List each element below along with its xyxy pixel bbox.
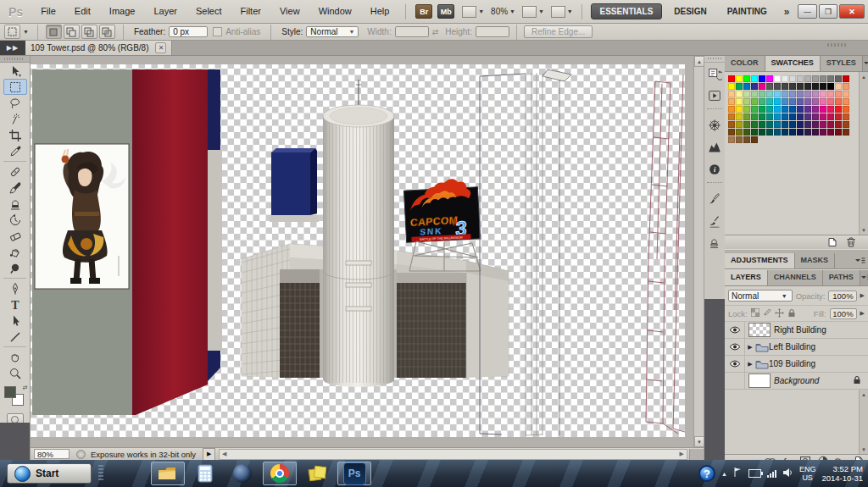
swatch[interactable] [751, 136, 758, 143]
chevron-down-icon[interactable]: ▼ [567, 8, 573, 14]
anti-alias-checkbox[interactable] [213, 27, 222, 36]
swatch[interactable] [789, 75, 796, 82]
opacity-input[interactable]: 100% [828, 291, 856, 302]
menu-select[interactable]: Select [186, 0, 231, 23]
swatch[interactable] [766, 75, 773, 82]
hand-tool[interactable] [3, 349, 27, 365]
swatch[interactable] [797, 75, 804, 82]
swatch[interactable] [835, 129, 842, 136]
swatch[interactable] [751, 129, 758, 136]
swatch[interactable] [728, 83, 735, 90]
restore-button[interactable]: ❐ [819, 4, 837, 19]
swatch[interactable] [843, 121, 849, 128]
swatch[interactable] [728, 106, 735, 113]
swatch[interactable] [804, 91, 811, 97]
rectangular-marquee-tool[interactable] [3, 79, 27, 95]
swatch[interactable] [820, 106, 826, 113]
lasso-tool[interactable] [3, 95, 27, 111]
swatch[interactable] [736, 121, 743, 128]
lock-all-icon[interactable] [787, 308, 796, 319]
fill-input[interactable]: 100% [830, 308, 857, 319]
type-tool[interactable]: T [3, 296, 27, 313]
workspace-painting-button[interactable]: PAINTING [719, 4, 776, 19]
swatch[interactable] [743, 83, 750, 90]
swatch[interactable] [812, 113, 819, 120]
swatch[interactable] [736, 98, 743, 105]
menu-layer[interactable]: Layer [144, 0, 186, 23]
swatch[interactable] [743, 136, 750, 143]
horizontal-scrollbar[interactable]: ◀ ▶ [219, 449, 687, 460]
actions-panel-icon[interactable] [704, 85, 725, 107]
marquee-tool-preset-icon[interactable] [4, 25, 20, 39]
menu-image[interactable]: Image [100, 0, 145, 23]
swatch[interactable] [728, 91, 735, 97]
move-tool[interactable] [3, 63, 27, 79]
foreground-color[interactable] [4, 386, 16, 398]
swatch[interactable] [812, 121, 819, 128]
swatch[interactable] [743, 113, 750, 120]
scroll-up-icon[interactable]: ▲ [860, 72, 868, 81]
history-brush-tool[interactable] [3, 212, 27, 228]
feather-input[interactable]: 0 px [169, 26, 208, 37]
chevron-down-icon[interactable]: ▼ [538, 8, 544, 14]
tab-swatches[interactable]: SWATCHES [765, 56, 821, 71]
scroll-down-icon[interactable]: ▼ [860, 445, 868, 454]
swatch[interactable] [736, 106, 743, 113]
menu-filter[interactable]: Filter [231, 0, 270, 23]
lock-pixels-icon[interactable] [763, 308, 771, 318]
swatch[interactable] [766, 98, 773, 105]
swatch[interactable] [827, 106, 834, 113]
launch-mini-bridge-button[interactable]: Mb [437, 4, 454, 19]
arrange-documents-icon[interactable] [522, 6, 537, 18]
swatch[interactable] [759, 129, 765, 136]
swatch[interactable] [774, 91, 781, 97]
chevron-down-icon[interactable]: ▼ [23, 29, 29, 35]
panel-grip[interactable] [0, 56, 30, 63]
swatch[interactable] [743, 129, 750, 136]
swatch[interactable] [827, 75, 834, 82]
tab-masks[interactable]: MASKS [795, 253, 836, 268]
lock-position-icon[interactable] [775, 308, 784, 319]
swatch[interactable] [759, 83, 765, 90]
taskbar-windows-explorer-icon[interactable] [151, 462, 185, 485]
swatch[interactable] [827, 98, 834, 105]
chevron-down-icon[interactable]: ▼ [478, 8, 484, 14]
swatch[interactable] [804, 129, 811, 136]
swatch[interactable] [759, 91, 765, 97]
panel-menu-icon[interactable] [863, 59, 868, 69]
blend-mode-select[interactable]: Normal▼ [728, 290, 793, 302]
swatch[interactable] [843, 83, 849, 90]
minimize-button[interactable]: — [798, 4, 816, 19]
swatch[interactable] [835, 91, 842, 97]
scroll-down-icon[interactable]: ▼ [860, 225, 868, 235]
close-button[interactable]: ✕ [839, 4, 865, 19]
swatch[interactable] [820, 113, 826, 120]
dodge-tool[interactable] [3, 260, 27, 276]
workspace-overflow-icon[interactable]: » [784, 6, 790, 18]
tab-overflow-icon[interactable]: ▶▶ [0, 41, 25, 55]
network-signal-icon[interactable] [767, 470, 776, 478]
swatch[interactable] [766, 121, 773, 128]
swatch[interactable] [751, 98, 758, 105]
swatch[interactable] [736, 113, 743, 120]
swatch[interactable] [804, 83, 811, 90]
menu-file[interactable]: File [31, 0, 65, 23]
help-tray-icon[interactable]: ? [698, 465, 715, 482]
swatch[interactable] [728, 121, 735, 128]
swatch[interactable] [759, 75, 765, 82]
taskbar-sticky-notes-icon[interactable] [300, 462, 334, 485]
swatch[interactable] [736, 83, 743, 90]
line-tool[interactable] [3, 329, 27, 345]
info-panel-icon[interactable]: i [704, 158, 725, 180]
swatch[interactable] [782, 129, 788, 136]
eraser-tool[interactable] [3, 228, 27, 244]
swatch[interactable] [766, 83, 773, 90]
swatch[interactable] [827, 113, 834, 120]
swatch[interactable] [804, 75, 811, 82]
swatch[interactable] [804, 98, 811, 105]
selection-add-icon[interactable] [64, 25, 80, 39]
workspace-design-button[interactable]: DESIGN [665, 4, 715, 19]
visibility-toggle[interactable] [725, 373, 745, 389]
swatch[interactable] [759, 98, 765, 105]
swatch[interactable] [820, 129, 826, 136]
